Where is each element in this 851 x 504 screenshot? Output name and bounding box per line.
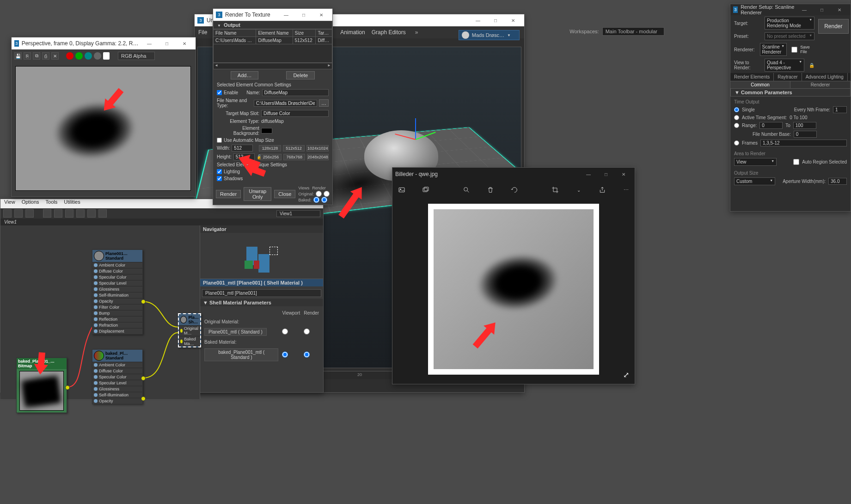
node-graph[interactable]: Plane001…Standard Ambient ColorDiffuse C… (0, 225, 200, 399)
material-slot[interactable]: Glossiness (92, 386, 142, 392)
material-slot[interactable]: Diffuse Color (92, 268, 142, 274)
render-button[interactable]: Render (818, 19, 848, 34)
col-filename[interactable]: File Name (214, 30, 256, 37)
add-button[interactable]: Add… (231, 71, 259, 79)
output-port[interactable] (141, 376, 146, 381)
lock-icon[interactable]: 🔒 (809, 63, 814, 68)
close-button[interactable]: Close (274, 190, 295, 198)
material-slot[interactable]: Ambient Color (92, 362, 142, 368)
range-from-spinner[interactable] (759, 122, 783, 129)
minimize-button[interactable]: — (141, 38, 158, 49)
material-slot[interactable]: Displacement (92, 328, 142, 334)
aperture-spinner[interactable] (828, 178, 847, 185)
copy-icon[interactable]: ⎘ (24, 52, 31, 60)
tb-icon-3[interactable] (25, 209, 34, 218)
enable-checkbox[interactable] (217, 90, 222, 95)
minimize-button[interactable]: — (278, 10, 294, 20)
view-dropdown[interactable]: Quad 4 - Perspective▼ (765, 59, 804, 72)
material-slot[interactable]: Opacity (92, 398, 142, 404)
material-slot[interactable]: Opacity (92, 298, 142, 304)
close-button[interactable]: ✕ (313, 10, 330, 20)
menu-tools[interactable]: Tools (46, 199, 58, 208)
frames-field[interactable] (760, 140, 847, 146)
shadows-checkbox[interactable] (217, 176, 222, 181)
tab-render-elements[interactable]: Render Elements (730, 73, 774, 81)
rotate-icon[interactable] (511, 185, 518, 194)
maximize-button[interactable]: □ (487, 15, 504, 25)
output-port[interactable] (65, 385, 70, 390)
width-spinner[interactable] (232, 145, 253, 152)
size-1024-button[interactable]: 1024x1024 (306, 145, 329, 152)
material-slot[interactable]: Filter Color (92, 304, 142, 310)
tb-icon-7[interactable] (76, 209, 85, 218)
views-baked-radio[interactable] (313, 197, 319, 203)
tb-icon-6[interactable] (65, 209, 73, 218)
crop-icon[interactable] (551, 185, 559, 194)
targetslot-dropdown[interactable]: Diffuse Color (261, 110, 329, 117)
clone-icon[interactable]: ⧉ (33, 52, 40, 60)
menu-graph-editors[interactable]: Graph Editors (372, 29, 406, 36)
menu-view[interactable]: View (4, 199, 15, 208)
close-button[interactable]: ✕ (176, 38, 193, 49)
navigator[interactable] (200, 233, 323, 279)
material-slot[interactable]: Diffuse Color (92, 368, 142, 374)
baked-viewport-radio[interactable] (282, 352, 288, 358)
node-standard-1[interactable]: Plane001…Standard Ambient ColorDiffuse C… (92, 249, 143, 334)
menu-more-icon[interactable]: » (415, 29, 418, 36)
tb-icon-1[interactable] (3, 209, 12, 218)
unwrap-button[interactable]: Unwrap Only (244, 187, 271, 201)
range-radio[interactable] (734, 123, 739, 128)
view-dropdown[interactable]: View1 (276, 210, 320, 217)
channel-green-button[interactable] (75, 52, 83, 60)
material-slot[interactable]: Ambient Color (92, 262, 142, 268)
print-icon[interactable]: ⎙ (42, 52, 49, 60)
col-target[interactable]: Tar… (316, 30, 332, 37)
render-button[interactable]: Render (216, 190, 241, 198)
material-slot[interactable]: Specular Color (92, 374, 142, 380)
range-to-spinner[interactable] (793, 122, 816, 129)
lighting-checkbox[interactable] (217, 169, 222, 174)
node-standard-2[interactable]: baked_Pl…Standard Ambient ColorDiffuse C… (92, 349, 143, 404)
target-dropdown[interactable]: Production Rendering Mode▼ (765, 17, 814, 30)
minimize-button[interactable]: — (580, 169, 597, 179)
more-icon[interactable]: ⋯ (623, 185, 629, 194)
tb-icon-8[interactable] (87, 209, 96, 218)
channel-select[interactable]: RGB Alpha (118, 52, 155, 60)
channel-red-button[interactable] (66, 52, 73, 60)
tb-icon-4[interactable] (43, 209, 51, 218)
lock-icon[interactable]: 🔒 (257, 154, 258, 159)
maximize-button[interactable]: □ (159, 38, 175, 49)
table-scrollbar[interactable]: ◄► (213, 63, 332, 69)
view-tab[interactable]: View1 (0, 219, 323, 225)
size-256-button[interactable]: 256x256 (260, 154, 282, 160)
size-512-button[interactable]: 512x512 (283, 145, 305, 152)
minimize-button[interactable]: — (470, 15, 486, 25)
material-slot[interactable]: Specular Level (92, 280, 142, 286)
save-icon[interactable]: 💾 (14, 52, 22, 60)
maximize-button[interactable]: □ (814, 5, 830, 15)
menu-utilities[interactable]: Utilities (64, 199, 80, 208)
delete-button[interactable]: Delete (286, 71, 315, 79)
output-port[interactable] (141, 299, 146, 304)
autoregion-checkbox[interactable] (793, 159, 799, 165)
material-slot[interactable]: Refraction (92, 322, 142, 328)
view-all-icon[interactable] (398, 185, 405, 194)
node-shell-material[interactable]: Pla…Sh… Original M… Baked Ma… (178, 313, 201, 347)
size-2048-button[interactable]: 2048x2048 (307, 154, 329, 160)
table-row[interactable]: C:\Users\Mads … DiffuseMap 512x512 Diff… (214, 37, 332, 44)
delete-icon[interactable] (487, 185, 494, 194)
shell-params-header[interactable]: ▼ Shell Material Parameters (200, 299, 323, 306)
menu-file[interactable]: File (198, 29, 207, 36)
nth-frame-spinner[interactable] (833, 106, 847, 113)
output-port[interactable] (141, 396, 146, 401)
savefile-checkbox[interactable] (791, 47, 797, 53)
area-dropdown[interactable]: View▼ (734, 158, 777, 166)
filepath-browse-button[interactable]: … (319, 99, 329, 107)
maximize-button[interactable]: □ (598, 169, 614, 179)
add-to-album-icon[interactable] (422, 185, 429, 194)
move-gizmo[interactable] (397, 121, 434, 158)
common-parameters-header[interactable]: ▼ Common Parameters (730, 88, 851, 97)
user-chip[interactable]: Mads Drøsc… ▼ (459, 30, 520, 40)
preset-dropdown[interactable]: No preset selected▼ (765, 32, 814, 40)
tab-renderer[interactable]: Renderer (790, 81, 851, 88)
